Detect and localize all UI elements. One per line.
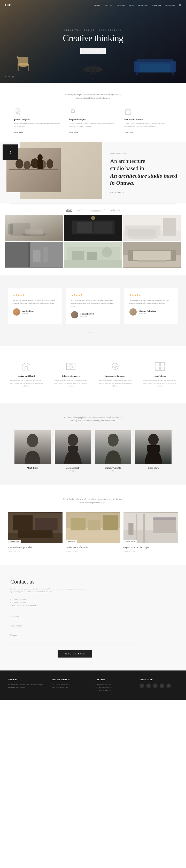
team-section: we have the best people with whom we can… bbox=[0, 403, 186, 485]
testimonials-grid: ★★★★★ We were so pleased with all Tur St… bbox=[8, 288, 178, 324]
nav-contacts[interactable]: Contacts bbox=[165, 4, 176, 6]
scroll-down-icon[interactable]: ⌄ bbox=[91, 75, 95, 80]
footer-social-g[interactable]: g bbox=[160, 683, 164, 688]
blog-grid: interior our creative design studio Janu… bbox=[8, 512, 178, 552]
person-silhouette-2 bbox=[55, 430, 91, 464]
author-role-1: director bbox=[22, 312, 34, 314]
svg-rect-33 bbox=[25, 229, 43, 235]
author-name-1: Amelia Bones bbox=[22, 310, 34, 312]
trust-items: ★ proven projects Proven project managem… bbox=[10, 108, 176, 134]
portfolio-item[interactable] bbox=[123, 215, 181, 241]
blog-post-3[interactable]: bedroom elegant bedroom for couple Febru… bbox=[123, 512, 178, 552]
svg-rect-28 bbox=[37, 160, 43, 169]
nav-home[interactable]: Home bbox=[94, 4, 100, 6]
nav-blog[interactable]: Blog bbox=[129, 4, 134, 6]
headset-icon bbox=[69, 108, 76, 115]
svg-rect-11 bbox=[90, 69, 92, 75]
footer-col-address: Visit our studio at: 3334 Grace Bell Ave… bbox=[52, 678, 90, 692]
social-g[interactable]: g+ bbox=[12, 75, 14, 78]
blog-image-2: design bbox=[66, 512, 120, 544]
blog-post-1[interactable]: interior our creative design studio Janu… bbox=[8, 512, 63, 552]
svg-rect-2 bbox=[17, 65, 18, 71]
dot-2[interactable] bbox=[98, 332, 99, 332]
send-message-button[interactable]: send message bbox=[58, 650, 92, 657]
message-input[interactable] bbox=[10, 632, 140, 645]
filter-tab-art[interactable]: art (2) bbox=[77, 209, 83, 212]
svg-point-10 bbox=[83, 66, 103, 72]
footer-social-links: f in t g vk bbox=[140, 683, 178, 688]
team-member-4: Luck Shaw interior bbox=[135, 430, 172, 472]
team-name-4: Luck Shaw bbox=[135, 466, 172, 469]
svg-rect-37 bbox=[94, 222, 112, 233]
footer-col-about: About us We are an architecture studio, … bbox=[8, 678, 46, 692]
nav-gallery[interactable]: Gallery bbox=[152, 4, 161, 6]
portfolio-item[interactable] bbox=[64, 242, 122, 268]
about-more-link[interactable]: more about us bbox=[110, 191, 178, 193]
blog-room-1 bbox=[8, 512, 63, 544]
filter-tab-all[interactable]: all (6) bbox=[66, 209, 72, 212]
blog-category-2: design bbox=[66, 540, 77, 544]
footer-social-tw[interactable]: t bbox=[153, 683, 158, 688]
footer-social-in[interactable]: in bbox=[146, 683, 151, 688]
service-desc-1: Praesea elementum sit amas die malifix e… bbox=[8, 379, 45, 388]
trust-title-support: help and support bbox=[69, 118, 116, 121]
service-title-1: Design and Build bbox=[8, 375, 45, 377]
contact-fax: +1 (20) 459, 748 625 bbox=[10, 601, 176, 604]
footer: About us We are an architecture studio, … bbox=[0, 671, 186, 700]
contact-section: Contact us Email us with any questions o… bbox=[0, 565, 186, 671]
portfolio-item[interactable] bbox=[64, 215, 122, 241]
blog-post-2[interactable]: design kitchen made of marble January 20… bbox=[66, 512, 120, 552]
hero-cta-button[interactable]: read more bbox=[80, 48, 106, 54]
svg-rect-1 bbox=[18, 57, 28, 65]
hero-table-decor bbox=[83, 65, 103, 75]
svg-point-22 bbox=[15, 159, 23, 168]
nav-profile[interactable]: Profile bbox=[104, 4, 112, 6]
email-input[interactable] bbox=[10, 623, 140, 629]
about-title: An architecturestudio based inAn archite… bbox=[110, 157, 178, 187]
trust-link-bonuses[interactable]: view more bbox=[124, 131, 133, 133]
social-in[interactable]: in bbox=[8, 75, 9, 78]
portfolio-item[interactable] bbox=[123, 242, 181, 268]
blog-image-1: interior bbox=[8, 512, 63, 544]
team-tagline: we have the best people with whom we can… bbox=[8, 416, 178, 423]
trust-link-support[interactable]: view more bbox=[69, 131, 78, 133]
service-interior: Interior designers Praesea elementum sit… bbox=[50, 359, 92, 390]
footer-social-fb[interactable]: f bbox=[140, 683, 144, 688]
svg-rect-93 bbox=[35, 518, 58, 530]
trust-item-projects: ★ proven projects Proven project managem… bbox=[10, 108, 65, 134]
stars-2: ★★★★★ bbox=[71, 293, 115, 297]
svg-rect-62 bbox=[138, 260, 165, 262]
author-name-2: Fabian Prewett bbox=[80, 313, 94, 315]
blog-section: Every day in social networks, we discuss… bbox=[0, 485, 186, 565]
svg-point-56 bbox=[102, 247, 112, 257]
filter-tab-design[interactable]: design (1) bbox=[110, 209, 120, 212]
team-photo-4 bbox=[135, 430, 172, 464]
blog-category-3: bedroom bbox=[123, 540, 137, 544]
dot-1[interactable] bbox=[94, 332, 95, 332]
team-photo-1 bbox=[14, 430, 51, 464]
svg-rect-79 bbox=[160, 367, 164, 370]
name-input[interactable] bbox=[10, 613, 140, 620]
footer-social-vk[interactable]: vk bbox=[166, 683, 171, 688]
team-name-1: Mark Finto bbox=[14, 466, 51, 469]
nav-projects[interactable]: Projects bbox=[116, 4, 125, 6]
portfolio-room-2 bbox=[64, 215, 122, 241]
contact-title: Contact us bbox=[10, 578, 176, 585]
portfolio-item[interactable] bbox=[5, 242, 63, 268]
design-build-icon bbox=[21, 362, 31, 371]
about-section: t every desire first bbox=[0, 142, 186, 204]
svg-rect-12 bbox=[94, 69, 96, 75]
dot-active[interactable] bbox=[87, 332, 92, 332]
blog-category-1: interior bbox=[8, 540, 21, 544]
svg-rect-3 bbox=[28, 65, 29, 71]
trust-link-projects[interactable]: view more bbox=[14, 131, 23, 133]
team-role-4: interior bbox=[135, 470, 172, 472]
hero-sofa-decor bbox=[134, 57, 176, 75]
portfolio-item[interactable] bbox=[5, 215, 63, 241]
logo[interactable]: tur bbox=[5, 3, 11, 7]
portfolio-room-3 bbox=[123, 215, 181, 241]
filter-tab-architecture[interactable]: architecture (2) * bbox=[88, 209, 105, 212]
nav-elements[interactable]: Elements bbox=[138, 4, 149, 6]
social-fb[interactable]: f bbox=[5, 75, 6, 78]
search-icon[interactable]: ⚲ bbox=[179, 4, 181, 7]
